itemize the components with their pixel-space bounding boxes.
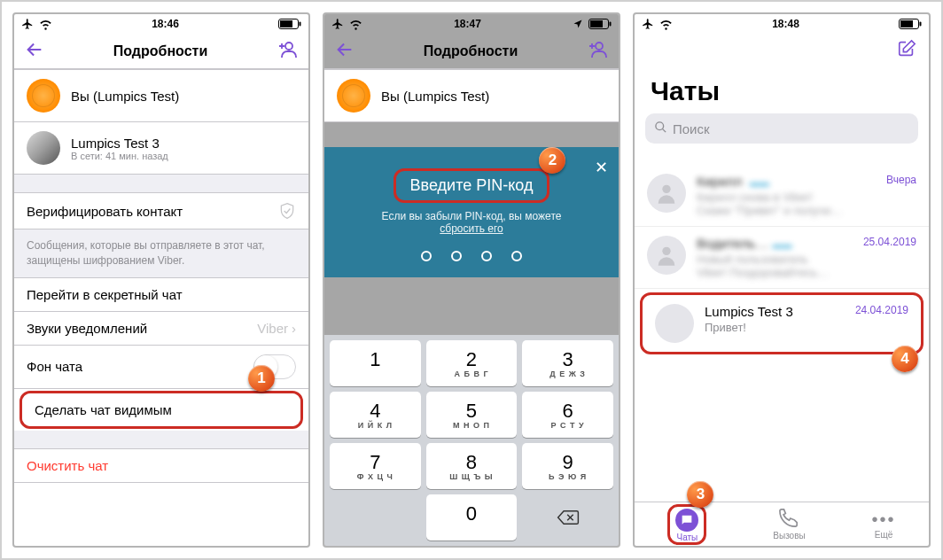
clear-chat-label: Очистить чат xyxy=(27,458,108,473)
svg-point-7 xyxy=(596,43,603,50)
status-bar: 18:47 xyxy=(324,14,619,34)
battery-icon xyxy=(588,19,612,29)
airplane-icon xyxy=(642,18,654,30)
chevron-right-icon: › xyxy=(292,321,296,336)
search-input[interactable]: Поиск xyxy=(645,113,918,144)
svg-rect-15 xyxy=(684,519,689,520)
contact-status: В сети: 41 мин. назад xyxy=(71,151,168,161)
back-arrow-icon[interactable] xyxy=(25,40,44,63)
sounds-row[interactable]: Звуки уведомлений Viber› xyxy=(14,312,308,346)
wifi-icon xyxy=(349,18,362,31)
svg-rect-6 xyxy=(609,22,611,27)
wifi-icon xyxy=(39,18,52,31)
battery-icon xyxy=(278,19,301,29)
secret-chat-row[interactable]: Перейти в секретный чат xyxy=(14,277,308,312)
chat-date: Вчера xyxy=(886,174,916,186)
avatar-contact xyxy=(655,304,694,343)
status-bar: 18:48 xyxy=(635,14,929,34)
you-row: Вы (Lumpics Test) xyxy=(14,69,308,122)
svg-rect-14 xyxy=(684,517,690,518)
keypad-backspace[interactable] xyxy=(522,494,613,541)
svg-point-12 xyxy=(662,185,670,193)
svg-point-3 xyxy=(285,43,292,50)
chat-row-blurred-2[interactable]: Водитель… ▬▬ Новый пользовательViber! По… xyxy=(635,227,929,289)
contact-row[interactable]: Lumpics Test 3 В сети: 41 мин. назад xyxy=(14,122,308,175)
svg-rect-10 xyxy=(919,22,921,27)
tab-chats-callout: Чаты xyxy=(667,504,706,545)
chat-row-blurred-1[interactable]: Кирилл ▬▬ Кирилл снова в Viber!Скажи "Пр… xyxy=(635,165,929,227)
you-row: Вы (Lumpics Test) xyxy=(324,69,619,122)
chat-msg: Привет! xyxy=(705,321,850,334)
close-icon[interactable]: ✕ xyxy=(595,158,608,177)
keypad-key-2[interactable]: 2А Б В Г xyxy=(426,340,518,386)
make-visible-row[interactable]: Сделать чат видимым xyxy=(22,393,300,426)
tab-calls[interactable]: Вызовы xyxy=(773,509,805,541)
numeric-keypad: 1 2А Б В Г3Д Е Ж З4И Й К Л5М Н О П6Р С Т… xyxy=(324,335,619,546)
avatar-contact xyxy=(27,131,60,165)
clear-chat-row[interactable]: Очистить чат xyxy=(14,448,308,483)
svg-rect-1 xyxy=(280,20,292,27)
tab-calls-label: Вызовы xyxy=(773,531,805,541)
keypad-key-5[interactable]: 5М Н О П xyxy=(426,392,518,438)
svg-point-11 xyxy=(656,122,664,130)
keypad-key-3[interactable]: 3Д Е Ж З xyxy=(522,340,613,386)
sounds-value: Viber xyxy=(257,321,288,336)
tab-chats-label: Чаты xyxy=(677,533,698,542)
keypad-key-6[interactable]: 6Р С Т У xyxy=(522,392,613,438)
keypad-key-8[interactable]: 8Ш Щ Ъ Ы xyxy=(426,443,518,489)
tab-more-label: Ещё xyxy=(875,530,892,540)
add-person-icon[interactable] xyxy=(587,39,608,64)
nav-bar: Подробности xyxy=(324,34,619,69)
chat-row-lumpics[interactable]: Lumpics Test 3 Привет! 24.04.2019 xyxy=(643,295,921,352)
pin-sub-text: Если вы забыли PIN-код, вы можете xyxy=(382,210,562,222)
tab-bar: Чаты 3 Вызовы ••• Ещё xyxy=(635,502,929,546)
callout-badge-1: 1 xyxy=(248,365,275,392)
background-row[interactable]: Фон чата 1 xyxy=(14,346,308,389)
keypad-key-0[interactable]: 0 xyxy=(426,494,518,541)
status-bar: 18:46 xyxy=(14,14,308,34)
status-time: 18:46 xyxy=(152,18,179,30)
callout-badge-3: 3 xyxy=(687,481,713,508)
wifi-icon xyxy=(659,18,673,31)
keypad-key-7[interactable]: 7Ф Х Ц Ч xyxy=(330,443,421,489)
pin-title-callout: Введите PIN-код xyxy=(394,168,550,203)
contact-name: Lumpics Test 3 xyxy=(71,136,168,151)
keypad-key-9[interactable]: 9Ь Э Ю Я xyxy=(522,443,613,489)
compose-icon[interactable] xyxy=(897,39,916,62)
keypad-key-1[interactable]: 1 xyxy=(330,340,421,386)
nav-title: Подробности xyxy=(113,43,207,59)
pin-title: Введите PIN-код xyxy=(400,173,544,198)
pin-reset-link[interactable]: сбросить его xyxy=(440,222,503,235)
secret-chat-label: Перейти в секретный чат xyxy=(27,287,183,302)
chat-row-callout: Lumpics Test 3 Привет! 24.04.2019 xyxy=(640,292,924,354)
phone-icon xyxy=(779,509,799,530)
svg-rect-2 xyxy=(299,22,300,27)
chat-date: 25.04.2019 xyxy=(863,236,916,248)
callout-badge-2: 2 xyxy=(539,147,565,174)
more-icon: ••• xyxy=(872,509,896,529)
avatar-placeholder xyxy=(647,236,686,275)
airplane-icon xyxy=(331,18,344,30)
page-title: Чаты xyxy=(635,67,929,113)
tab-more[interactable]: ••• Ещё xyxy=(872,509,896,540)
sounds-label: Звуки уведомлений xyxy=(27,321,147,336)
nav-title: Подробности xyxy=(424,43,518,59)
search-placeholder: Поиск xyxy=(673,121,710,136)
pin-subtitle: Если вы забыли PIN-код, вы можете сброси… xyxy=(340,210,603,235)
you-label: Вы (Lumpics Test) xyxy=(381,89,489,104)
tab-chats[interactable]: Чаты xyxy=(675,509,698,542)
phone-pin-entry: 18:47 Подробности Вы (Lumpics Test) ✕ Вв… xyxy=(323,12,620,548)
add-person-icon[interactable] xyxy=(277,39,298,64)
status-time: 18:48 xyxy=(772,18,799,30)
chat-name: Lumpics Test 3 xyxy=(705,304,850,319)
avatar-you xyxy=(337,79,370,113)
svg-rect-9 xyxy=(900,20,913,27)
verify-contact[interactable]: Верифицировать контакт xyxy=(14,192,308,229)
svg-rect-5 xyxy=(590,20,603,27)
chat-date: 24.04.2019 xyxy=(855,304,908,316)
avatar-you xyxy=(27,79,60,113)
keypad-blank xyxy=(330,494,421,541)
keypad-key-4[interactable]: 4И Й К Л xyxy=(330,392,421,438)
background-label: Фон чата xyxy=(27,359,82,374)
back-arrow-icon[interactable] xyxy=(335,40,355,63)
